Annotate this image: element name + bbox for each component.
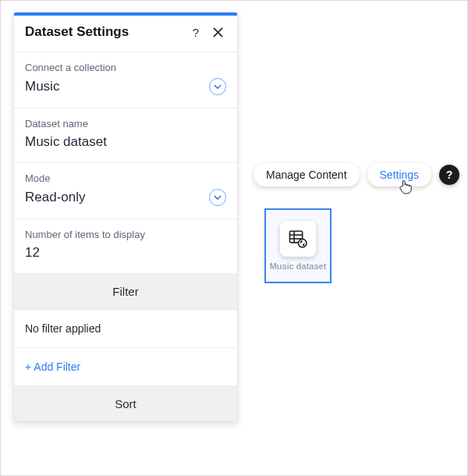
close-icon[interactable] (209, 23, 226, 41)
element-toolbar: Manage Content Settings ? (254, 163, 459, 186)
collection-dropdown[interactable]: Music (25, 78, 226, 95)
panel-title: Dataset Settings (25, 24, 183, 40)
dataset-name-label: Dataset name (25, 118, 226, 130)
item-count-input[interactable]: 12 (25, 245, 226, 261)
help-icon[interactable]: ? (187, 23, 204, 41)
dataset-icon (280, 221, 316, 257)
manage-content-button[interactable]: Manage Content (254, 163, 360, 186)
filter-heading: Filter (14, 274, 237, 310)
collection-value: Music (25, 79, 59, 94)
dataset-name-input[interactable]: Music dataset (25, 134, 226, 150)
dataset-name-value: Music dataset (25, 134, 107, 149)
toolbar-help-icon[interactable]: ? (439, 165, 459, 185)
svg-point-6 (298, 239, 307, 247)
collection-field: Connect a collection Music (14, 52, 237, 108)
mode-field: Mode Read-only (14, 163, 237, 219)
settings-button[interactable]: Settings (367, 163, 432, 186)
item-count-field: Number of items to display 12 (14, 219, 237, 274)
item-count-label: Number of items to display (25, 229, 226, 240)
dataset-element-tile[interactable]: Music dataset (264, 208, 332, 283)
dataset-name-field: Dataset name Music dataset (14, 108, 237, 163)
mode-dropdown[interactable]: Read-only (25, 189, 226, 206)
chevron-down-icon[interactable] (209, 78, 226, 95)
mode-value: Read-only (25, 190, 86, 205)
dataset-tile-label: Music dataset (270, 261, 327, 271)
add-filter-button[interactable]: + Add Filter (14, 348, 237, 386)
mode-label: Mode (25, 172, 226, 184)
no-filter-text: No filter applied (14, 310, 237, 348)
item-count-value: 12 (25, 245, 40, 260)
sort-heading: Sort (14, 386, 237, 422)
panel-header: Dataset Settings ? (14, 16, 237, 52)
collection-label: Connect a collection (25, 62, 226, 73)
dataset-settings-panel: Dataset Settings ? Connect a collection … (13, 12, 238, 423)
chevron-down-icon[interactable] (209, 189, 226, 206)
